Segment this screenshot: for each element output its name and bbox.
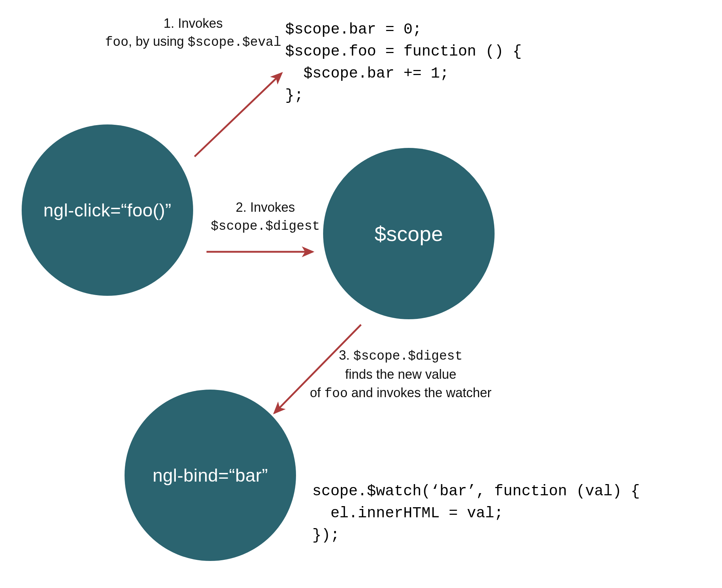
arrow-1-eval <box>195 73 282 157</box>
node-ngl-bind-label: ngl-bind=“bar” <box>153 465 268 486</box>
node-ngl-click: ngl-click=“foo()” <box>22 124 193 296</box>
step-2-line1: 2. Invokes <box>236 200 295 215</box>
step-1-line1: 1. Invokes <box>164 16 223 31</box>
diagram-canvas: $scope.bar = 0; $scope.foo = function ()… <box>0 0 722 588</box>
step-1-label: 1. Invokes foo, by using $scope.$eval <box>97 14 289 52</box>
step-1-mid: , by using <box>129 34 188 49</box>
step-1-foo: foo <box>105 35 129 50</box>
step-2-label: 2. Invokes $scope.$digest <box>208 198 323 236</box>
step-3-line3-suffix: and invokes the watcher <box>348 385 491 400</box>
code-scope-setup: $scope.bar = 0; $scope.foo = function ()… <box>285 19 522 107</box>
node-scope-label: $scope <box>374 221 443 246</box>
node-ngl-bind: ngl-bind=“bar” <box>125 390 296 561</box>
step-3-line2: finds the new value <box>345 367 456 382</box>
step-2-code: $scope.$digest <box>211 219 320 234</box>
code-watch: scope.$watch(‘bar’, function (val) { el.… <box>312 481 640 547</box>
node-scope: $scope <box>323 148 495 319</box>
step-3-label: 3. $scope.$digest finds the new value of… <box>300 346 502 403</box>
step-3-foo: foo <box>324 386 348 401</box>
step-3-digest: $scope.$digest <box>353 349 462 364</box>
step-3-prefix: 3. <box>339 348 353 363</box>
step-3-line3-prefix: of <box>310 385 324 400</box>
node-ngl-click-label: ngl-click=“foo()” <box>43 200 171 221</box>
step-1-eval: $scope.$eval <box>188 35 281 50</box>
